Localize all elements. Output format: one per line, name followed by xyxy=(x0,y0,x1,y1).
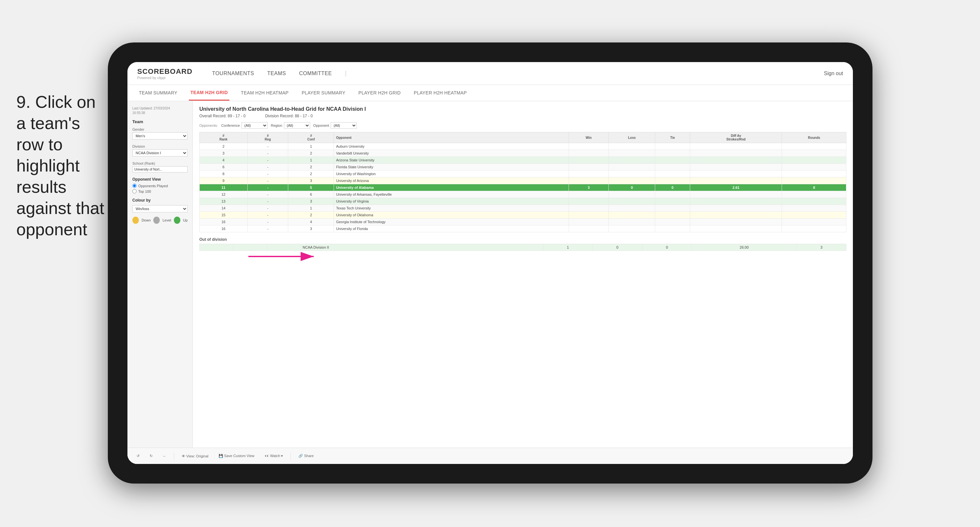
filter-region-name: Region xyxy=(271,124,282,127)
cell-conf: 1 xyxy=(288,157,334,164)
radio-top-100[interactable]: Top 100 xyxy=(132,189,188,193)
col-diff: Diff AvStrokes/Rnd xyxy=(690,132,782,143)
toolbar-save-custom-view[interactable]: 💾 Save Custom View xyxy=(216,452,257,459)
table-row[interactable]: 12-6University of Arkansas, Fayetteville xyxy=(200,191,846,198)
radio-opponents-played[interactable]: Opponents Played xyxy=(132,184,188,188)
tab-team-summary[interactable]: TEAM SUMMARY xyxy=(137,86,179,100)
cell-tie xyxy=(655,177,690,184)
cell-diff xyxy=(690,198,782,205)
table-row[interactable]: 16-4Georgia Institute of Technology xyxy=(200,218,846,225)
cell-conf: 6 xyxy=(288,191,334,198)
cell-rounds xyxy=(782,218,846,225)
toolbar-share[interactable]: 🔗 Share xyxy=(296,452,316,459)
cell-opponent: Florida State University xyxy=(334,164,569,170)
tab-player-h2h-grid[interactable]: PLAYER H2H GRID xyxy=(357,86,402,100)
cell-rounds xyxy=(782,191,846,198)
sidebar: Last Updated: 27/03/2024 16:55:38 Team G… xyxy=(127,101,193,464)
nav-tournaments[interactable]: TOURNAMENTS xyxy=(212,69,254,78)
cell-win xyxy=(569,225,608,232)
cell-loss xyxy=(609,143,655,150)
table-row[interactable]: 14-1Texas Tech University xyxy=(200,205,846,212)
legend-level-dot xyxy=(153,217,160,224)
col-loss: Loss xyxy=(609,132,655,143)
cell-rounds xyxy=(782,212,846,218)
table-row[interactable]: 2-1Auburn University xyxy=(200,143,846,150)
cell-rank: 9 xyxy=(200,177,248,184)
cell-tie xyxy=(655,198,690,205)
cell-reg: - xyxy=(247,225,288,232)
cell-tie xyxy=(655,143,690,150)
sign-out-link[interactable]: Sign out xyxy=(824,70,843,76)
division-select[interactable]: NCAA Division I xyxy=(132,149,188,156)
cell-win xyxy=(569,150,608,157)
cell-reg: - xyxy=(247,157,288,164)
cell-loss xyxy=(609,191,655,198)
school-input[interactable] xyxy=(132,166,188,172)
table-row[interactable]: 3-2Vanderbilt University xyxy=(200,150,846,157)
table-row[interactable]: 4-1Arizona State University xyxy=(200,157,846,164)
tab-team-h2h-grid[interactable]: TEAM H2H GRID xyxy=(189,85,229,100)
cell-conf: 1 xyxy=(288,205,334,212)
cell-tie xyxy=(655,150,690,157)
col-rank: #Rank xyxy=(200,132,248,143)
filter-region-select[interactable]: (All) xyxy=(284,122,310,129)
cell-loss xyxy=(609,164,655,170)
table-row[interactable]: 8-2University of Washington xyxy=(200,170,846,177)
col-win: Win xyxy=(569,132,608,143)
cell-diff xyxy=(690,225,782,232)
tab-player-h2h-heatmap[interactable]: PLAYER H2H HEATMAP xyxy=(412,86,468,100)
nav-teams[interactable]: TEAMS xyxy=(267,69,286,78)
cell-conf: 2 xyxy=(288,150,334,157)
legend-up-label: Up xyxy=(183,218,188,222)
cell-rank: 3 xyxy=(200,150,248,157)
cell-rank: 8 xyxy=(200,170,248,177)
table-row[interactable]: 11-5University of Alabama3002.618 xyxy=(200,184,846,191)
grid-records: Overall Record: 89 - 17 - 0 Division Rec… xyxy=(199,114,846,118)
ood-table-row[interactable]: NCAA Division II 1 0 0 26.00 3 xyxy=(200,244,846,251)
cell-rank: 11 xyxy=(200,184,248,191)
colour-by-select[interactable]: Win/loss xyxy=(132,205,188,212)
cell-tie xyxy=(655,170,690,177)
cell-reg: - xyxy=(247,205,288,212)
table-row[interactable]: 9-3University of Arizona xyxy=(200,177,846,184)
cell-tie xyxy=(655,191,690,198)
cell-conf: 3 xyxy=(288,225,334,232)
cell-diff xyxy=(690,170,782,177)
table-row[interactable]: 6-2Florida State University xyxy=(200,164,846,170)
toolbar-view-original[interactable]: 👁 View: Original xyxy=(193,453,211,459)
cell-loss xyxy=(609,218,655,225)
cell-win xyxy=(569,177,608,184)
cell-rounds xyxy=(782,170,846,177)
col-tie: Tie xyxy=(655,132,690,143)
filter-conference-select[interactable]: (All) xyxy=(242,122,267,129)
cell-rank: 4 xyxy=(200,157,248,164)
filter-opponents-label: Opponents: xyxy=(199,124,218,127)
division-record: Division Record: 88 - 17 - 0 xyxy=(265,114,312,118)
cell-diff xyxy=(690,205,782,212)
instruction-text: 9. Click on a team's row to highlight re… xyxy=(16,91,108,240)
cell-conf: 4 xyxy=(288,218,334,225)
table-row[interactable]: 16-3University of Florida xyxy=(200,225,846,232)
cell-loss: 0 xyxy=(609,184,655,191)
sidebar-timestamp: Last Updated: 27/03/2024 16:55:38 xyxy=(132,106,188,115)
filter-opponent-select[interactable]: (All) xyxy=(331,122,357,129)
cell-opponent: Auburn University xyxy=(334,143,569,150)
table-row[interactable]: 15-2University of Oklahoma xyxy=(200,212,846,218)
filter-row: Opponents: Conference (All) Region (All) xyxy=(199,122,846,129)
cell-rounds xyxy=(782,198,846,205)
nav-committee[interactable]: COMMITTEE xyxy=(299,69,332,78)
tab-player-summary[interactable]: PLAYER SUMMARY xyxy=(300,86,347,100)
gender-label: Gender xyxy=(132,127,188,131)
gender-select[interactable]: Men's xyxy=(132,132,188,140)
tab-team-h2h-heatmap[interactable]: TEAM H2H HEATMAP xyxy=(239,86,290,100)
table-row[interactable]: 13-3University of Virginia xyxy=(200,198,846,205)
cell-rank: 15 xyxy=(200,212,248,218)
step-number: 9. xyxy=(16,92,30,111)
filter-opponent-group: Opponent (All) xyxy=(313,122,357,129)
cell-rounds xyxy=(782,225,846,232)
ood-name: NCAA Division II xyxy=(301,244,543,251)
cell-conf: 1 xyxy=(288,143,334,150)
colour-by-title: Colour by xyxy=(132,198,188,202)
cell-loss xyxy=(609,170,655,177)
toolbar-watch[interactable]: 👀 Watch ▾ xyxy=(262,452,286,459)
